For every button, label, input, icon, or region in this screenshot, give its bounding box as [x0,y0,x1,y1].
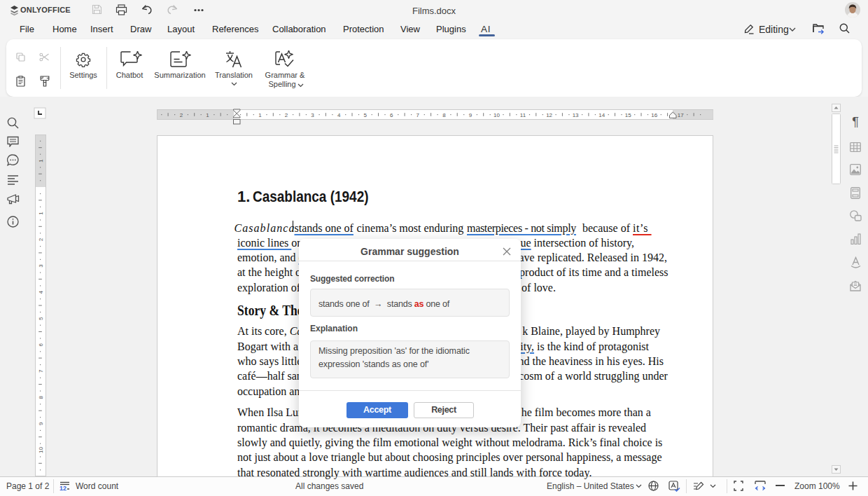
svg-text:13: 13 [573,112,579,118]
svg-text:1: 1 [206,112,209,118]
svg-text:12: 12 [59,485,66,491]
svg-text:3: 3 [311,112,314,118]
svg-text:8: 8 [38,396,44,399]
svg-text:1: 1 [38,159,44,163]
svg-text:7: 7 [38,369,44,373]
svg-text:10: 10 [493,112,500,118]
svg-text:17: 17 [678,112,684,118]
svg-text:1: 1 [38,212,44,215]
svg-text:10: 10 [38,447,44,453]
svg-text:15: 15 [625,112,631,118]
svg-text:1: 1 [258,112,262,118]
svg-text:4: 4 [337,112,341,118]
svg-text:11: 11 [520,112,526,118]
svg-text:5: 5 [38,317,44,320]
svg-text:4: 4 [38,290,44,294]
svg-text:2: 2 [38,237,44,241]
svg-text:6: 6 [390,112,393,118]
svg-text:14: 14 [598,112,605,118]
svg-text:2: 2 [285,112,288,118]
svg-text:8: 8 [442,112,446,118]
svg-text:3: 3 [38,264,44,268]
svg-text:9: 9 [469,112,472,118]
svg-text:16: 16 [651,112,657,118]
svg-text:6: 6 [38,343,44,347]
svg-text:2: 2 [180,112,183,118]
svg-text:12: 12 [546,112,552,118]
svg-text:5: 5 [364,112,368,118]
svg-text:7: 7 [416,112,420,118]
svg-text:9: 9 [38,422,44,425]
